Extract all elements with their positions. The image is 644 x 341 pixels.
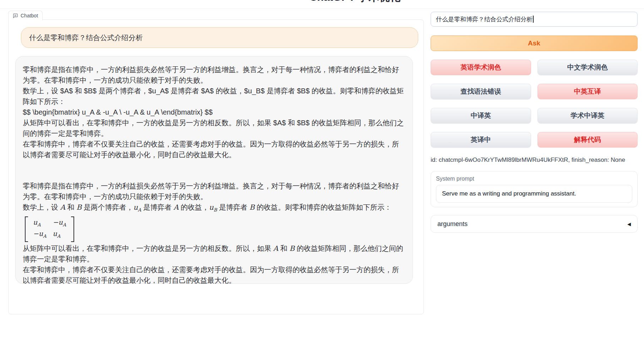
system-prompt-group: System prompt Serve me as a writing and … [431,171,638,207]
question-input-value: 什么是零和博弈？结合公式介绍分析 [436,15,533,23]
bot-message-paragraph: 零和博弈是指在博弈中，一方的利益损失必然等于另一方的利益增益。换言之，对于每一种… [23,181,405,202]
button-chinese-academic-polish[interactable]: 中文学术润色 [537,60,638,75]
button-zh-en-mutual-translate[interactable]: 中英互译 [537,84,638,99]
button-zh-to-en[interactable]: 中译英 [431,108,531,123]
arguments-accordion[interactable]: arguments ◀ [431,215,638,233]
bot-message-paragraph: 在零和博弈中，博弈者不仅要关注自己的收益，还需要考虑对手的收益。因为一方取得的收… [23,139,405,160]
matrix-cell: uA [33,218,47,229]
divider [0,9,644,9]
completion-status: id: chatcmpl-6wOo7KrYTwMl89lbrMWRu4UkFFX… [431,156,638,164]
user-message[interactable]: 什么是零和博弈？结合公式介绍分析 [21,27,418,48]
matrix-cell: −uA [33,229,47,241]
bot-message-paragraph: 零和博弈是指在博弈中，一方的利益损失必然等于另一方的利益增益。换言之，对于每一种… [23,64,405,86]
matrix-bracket-right [71,216,74,242]
function-button-grid: 英语学术润色 中文学术润色 查找语法错误 中英互译 中译英 学术中译英 英译中 … [431,60,638,148]
bot-message-paragraph: 从矩阵中可以看出，在零和博弈中，一方的收益是另一方的相反数。所以，如果 A 和 … [23,243,405,264]
button-en-to-zh[interactable]: 英译中 [431,132,531,148]
button-academic-zh-to-en[interactable]: 学术中译英 [537,108,638,123]
accordion-label: arguments [437,220,468,228]
ask-button[interactable]: Ask [431,35,638,51]
bot-message-paragraph: 数学上，设 $A$ 和 $B$ 是两个博弈者，$u_A$ 是博弈者 $A$ 的收… [23,86,405,107]
matrix-bracket-left [25,216,28,242]
bot-message[interactable]: 零和博弈是指在博弈中，一方的利益损失必然等于另一方的利益增益。换言之，对于每一种… [15,56,413,284]
question-input[interactable]: 什么是零和博弈？结合公式介绍分析 [431,12,638,27]
matrix-cell: uA [53,229,66,241]
payoff-matrix: uA −uA −uA uA [25,216,74,242]
button-english-academic-polish[interactable]: 英语学术润色 [431,60,531,75]
collapse-triangle-icon: ◀ [627,221,631,227]
bot-message-paragraph: 在零和博弈中，博弈者不仅要关注自己的收益，还需要考虑对手的收益。因为一方取得的收… [23,264,405,284]
chatbot-panel: 什么是零和博弈？结合公式介绍分析 零和博弈是指在博弈中，一方的利益损失必然等于另… [8,20,424,314]
system-prompt-input[interactable]: Serve me as a writing and programming as… [436,185,632,203]
page-title: ChatGPT 学术优化 [277,0,433,2]
text-cursor [533,16,534,23]
chatbot-label-text: Chatbot [21,13,38,18]
bot-message-paragraph: 从矩阵中可以看出，在零和博弈中，一方的收益是另一方的相反数。所以，如果 $A$ … [23,117,405,139]
chat-icon [13,13,18,18]
system-prompt-value: Serve me as a writing and programming as… [442,190,576,197]
bot-message-paragraph: $$ \begin{bmatrix} u_A & -u_A \ -u_A & u… [23,107,405,117]
message-gap [23,160,405,181]
button-find-grammar-errors[interactable]: 查找语法错误 [431,84,531,99]
system-prompt-label: System prompt [436,176,632,182]
button-explain-code[interactable]: 解释代码 [537,132,638,148]
bot-message-paragraph: 数学上，设 A 和 B 是两个博弈者，uA 是博弈者 A 的收益，uB 是博弈者… [23,202,405,215]
chatbot-label: Chatbot [8,11,43,20]
user-message-text: 什么是零和博弈？结合公式介绍分析 [29,33,143,43]
matrix-cell: −uA [53,218,66,229]
